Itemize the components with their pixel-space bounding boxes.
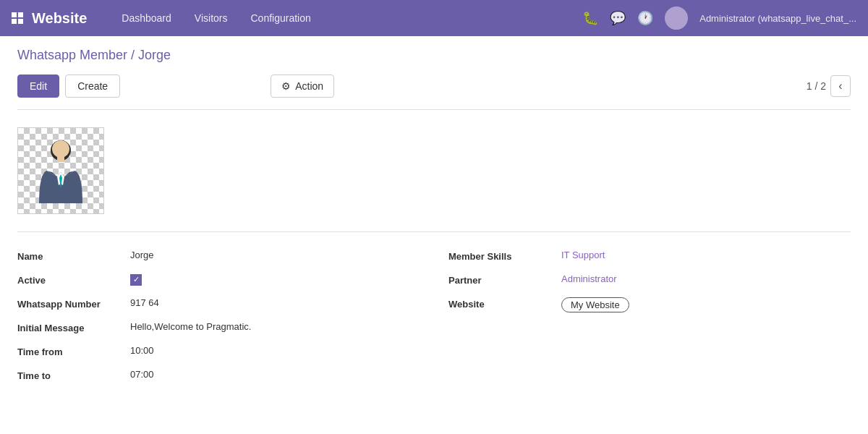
form-left: Name Jorge Active ✓ Whatsapp Number 917 … — [17, 244, 420, 387]
toolbar: Edit Create ⚙ Action 1 / 2 ‹ — [17, 75, 851, 110]
field-member-skills: Member Skills IT Support — [448, 244, 851, 268]
label-active: Active — [17, 273, 119, 286]
edit-button[interactable]: Edit — [17, 75, 59, 98]
label-website: Website — [448, 297, 550, 310]
value-active: ✓ — [130, 273, 142, 286]
person-svg — [32, 135, 90, 207]
avatar-section — [17, 127, 851, 214]
field-whatsapp: Whatsapp Number 917 64 — [17, 292, 420, 315]
bug-icon[interactable]: 🐛 — [582, 10, 598, 26]
label-time-to: Time to — [17, 369, 119, 381]
form-grid: Name Jorge Active ✓ Whatsapp Number 917 … — [17, 231, 851, 387]
clock-icon[interactable]: 🕐 — [637, 10, 653, 26]
label-name: Name — [17, 250, 119, 262]
field-name: Name Jorge — [17, 244, 420, 268]
label-initial-message: Initial Message — [17, 321, 119, 333]
website-badge[interactable]: My Website — [561, 297, 629, 312]
action-button[interactable]: ⚙ Action — [271, 75, 334, 98]
profile-image[interactable] — [17, 127, 104, 214]
field-time-from: Time from 10:00 — [17, 339, 420, 363]
create-button[interactable]: Create — [65, 75, 120, 98]
value-initial-message: Hello,Welcome to Pragmatic. — [130, 321, 251, 332]
topnav-right: 🐛 💬 🕐 Administrator (whatsapp_live_chat_… — [582, 7, 856, 30]
value-member-skills[interactable]: IT Support — [561, 250, 605, 260]
nav-links: Dashboard Visitors Configuration — [110, 0, 582, 36]
value-name: Jorge — [130, 250, 154, 260]
label-time-from: Time from — [17, 345, 119, 357]
topnav: Website Dashboard Visitors Configuration… — [0, 0, 868, 36]
value-time-from: 10:00 — [130, 345, 154, 356]
pagination-text: 1 / 2 — [807, 80, 826, 92]
svg-point-3 — [52, 140, 69, 158]
app-title: Website — [32, 10, 87, 27]
form-right: Member Skills IT Support Partner Adminis… — [448, 244, 851, 387]
breadcrumb: Whatsapp Member / Jorge — [17, 48, 851, 63]
svg-rect-4 — [57, 156, 64, 162]
avatar[interactable] — [665, 7, 688, 30]
main-content: Whatsapp Member / Jorge Edit Create ⚙ Ac… — [0, 36, 868, 434]
svg-point-0 — [671, 10, 681, 20]
label-whatsapp: Whatsapp Number — [17, 297, 119, 310]
action-label: Action — [295, 80, 323, 92]
svg-point-1 — [668, 21, 684, 30]
breadcrumb-current: Jorge — [138, 48, 171, 62]
user-label[interactable]: Administrator (whatsapp_live_chat_... — [699, 13, 856, 24]
field-website: Website My Website — [448, 292, 851, 318]
breadcrumb-separator: / — [131, 48, 138, 62]
active-checkbox[interactable]: ✓ — [130, 274, 142, 286]
label-partner: Partner — [448, 273, 550, 286]
nav-dashboard[interactable]: Dashboard — [110, 0, 183, 36]
label-member-skills: Member Skills — [448, 250, 550, 262]
value-time-to: 07:00 — [130, 369, 154, 380]
field-time-to: Time to 07:00 — [17, 363, 420, 387]
field-active: Active ✓ — [17, 268, 420, 292]
nav-visitors[interactable]: Visitors — [183, 0, 239, 36]
field-partner: Partner Administrator — [448, 268, 851, 292]
nav-configuration[interactable]: Configuration — [239, 0, 322, 36]
chat-icon[interactable]: 💬 — [610, 10, 626, 26]
value-whatsapp: 917 64 — [130, 297, 159, 308]
field-initial-message: Initial Message Hello,Welcome to Pragmat… — [17, 315, 420, 339]
grid-menu-icon[interactable] — [12, 12, 23, 24]
value-partner[interactable]: Administrator — [561, 273, 617, 284]
gear-icon: ⚙ — [281, 80, 291, 92]
pagination-prev[interactable]: ‹ — [830, 75, 851, 97]
pagination: 1 / 2 ‹ — [807, 75, 851, 97]
breadcrumb-parent[interactable]: Whatsapp Member — [17, 48, 127, 62]
